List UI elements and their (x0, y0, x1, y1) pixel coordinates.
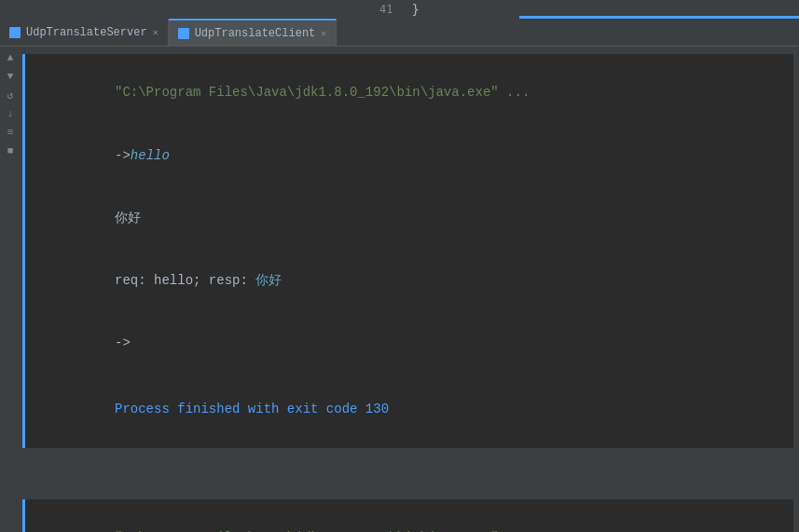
upper-line6: Process finished with exit code 130 (36, 378, 782, 441)
main-area: ▲ ▼ ↺ ↓ ≡ ■ "C:\Program Files\Java\jdk1.… (0, 47, 799, 532)
tab-server[interactable]: UdpTranslateServer ✕ (0, 19, 169, 46)
upper-line1: "C:\Program Files\Java\jdk1.8.0_192\bin\… (36, 61, 782, 124)
upper-line2: ->hello (36, 124, 782, 186)
upper-panel: "C:\Program Files\Java\jdk1.8.0_192\bin\… (22, 54, 793, 448)
refresh-icon[interactable]: ↺ (3, 88, 18, 102)
upper-process-finished: Process finished with exit code 130 (115, 402, 389, 416)
tab-client-close[interactable]: ✕ (321, 28, 326, 39)
upper-req-prefix: req: hello; resp: (115, 273, 255, 288)
arrow-down-icon[interactable]: ▼ (3, 69, 18, 84)
upper-arrow2: -> (115, 335, 131, 350)
lower-panel: "C:\Program Files\Java\jdk1.8.0_192\bin\… (22, 499, 793, 532)
arrow-up-icon[interactable]: ▲ (3, 50, 18, 65)
lower-line1: "C:\Program Files\Java\jdk1.8.0_192\bin\… (36, 507, 782, 532)
tab-client[interactable]: UdpTranslateClient ✕ (169, 19, 338, 46)
upper-arrow-prefix: -> (115, 148, 131, 163)
menu-icon[interactable]: ≡ (3, 125, 18, 140)
upper-line5: -> (36, 312, 782, 375)
tab-server-close[interactable]: ✕ (153, 27, 158, 38)
panel-gap (21, 448, 799, 499)
top-bar: 41 } (0, 0, 799, 19)
download-icon[interactable]: ↓ (3, 106, 18, 121)
line-number: 41 (379, 3, 393, 16)
tabs-row: UdpTranslateServer ✕ UdpTranslateClient … (0, 19, 799, 47)
stop-icon[interactable]: ■ (3, 143, 18, 158)
content-area: "C:\Program Files\Java\jdk1.8.0_192\bin\… (21, 47, 799, 532)
upper-resp-value: 你好 (255, 273, 282, 288)
server-tab-icon (9, 27, 21, 38)
upper-java-path: "C:\Program Files\Java\jdk1.8.0_192\bin\… (115, 85, 530, 100)
page-wrapper: 41 } UdpTranslateServer ✕ UdpTranslateCl… (0, 0, 799, 532)
tab-client-label: UdpTranslateClient (195, 27, 316, 40)
upper-hello: hello (131, 148, 170, 163)
client-tab-icon (178, 28, 189, 39)
upper-line4: req: hello; resp: 你好 (36, 250, 782, 312)
brace-char: } (412, 2, 420, 17)
sidebar-left: ▲ ▼ ↺ ↓ ≡ ■ (0, 47, 21, 532)
upper-chinese1: 你好 (115, 211, 141, 225)
tab-server-label: UdpTranslateServer (26, 26, 147, 39)
upper-line3: 你好 (36, 186, 782, 249)
